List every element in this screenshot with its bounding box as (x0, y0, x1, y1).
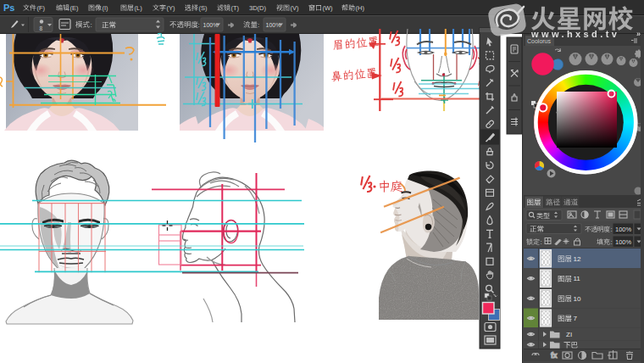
svg-text:»: » (636, 30, 641, 38)
svg-text::: : (198, 21, 200, 29)
svg-text:100%: 100% (615, 238, 632, 246)
svg-text:Ps: Ps (3, 3, 14, 13)
svg-text::: : (611, 238, 613, 246)
svg-text:(S): (S) (199, 4, 208, 12)
svg-text:10: 10 (574, 295, 581, 303)
svg-text:100%: 100% (615, 226, 632, 233)
svg-text:(W): (W) (323, 4, 334, 12)
svg-text:8: 8 (40, 25, 43, 31)
svg-text:(V): (V) (291, 4, 300, 12)
svg-text:ZI: ZI (566, 331, 572, 338)
svg-text:(F): (F) (37, 4, 46, 12)
svg-text:7: 7 (574, 315, 578, 322)
svg-text::: : (258, 21, 259, 29)
svg-text:100%: 100% (203, 22, 219, 28)
svg-text::: : (91, 21, 92, 29)
svg-text:(T): (T) (231, 4, 240, 12)
svg-text:12: 12 (574, 255, 581, 263)
svg-text:Coolorus: Coolorus (527, 38, 552, 44)
svg-text:www.hxsd.tv: www.hxsd.tv (530, 29, 619, 39)
svg-text:(I): (I) (103, 4, 109, 12)
svg-text:100%: 100% (266, 22, 281, 28)
svg-text:(H): (H) (356, 4, 365, 12)
svg-text:3D(D): 3D(D) (249, 4, 267, 12)
svg-text:(E): (E) (70, 4, 80, 12)
svg-text::: : (541, 238, 542, 246)
svg-text:(L): (L) (135, 4, 143, 12)
svg-text:fx: fx (551, 351, 558, 360)
svg-text:(Y): (Y) (167, 4, 176, 12)
svg-text::: : (611, 226, 613, 233)
svg-text:11: 11 (574, 275, 581, 282)
